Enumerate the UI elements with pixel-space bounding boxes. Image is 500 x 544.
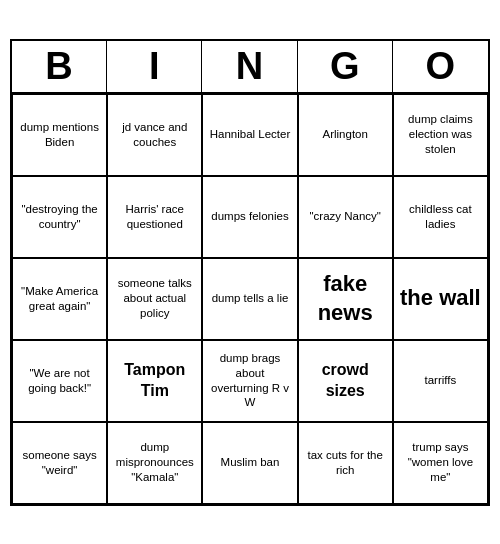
bingo-letter: I — [107, 41, 202, 92]
bingo-cell: Muslim ban — [202, 422, 297, 504]
bingo-cell: "We are not going back!" — [12, 340, 107, 422]
bingo-card: BINGO dump mentions Bidenjd vance and co… — [10, 39, 490, 506]
bingo-cell: dumps felonies — [202, 176, 297, 258]
bingo-cell: trump says "women love me" — [393, 422, 488, 504]
bingo-cell: tax cuts for the rich — [298, 422, 393, 504]
bingo-letter: G — [298, 41, 393, 92]
bingo-cell: childless cat ladies — [393, 176, 488, 258]
bingo-cell: "destroying the country" — [12, 176, 107, 258]
bingo-cell: Tampon Tim — [107, 340, 202, 422]
bingo-cell: someone talks about actual policy — [107, 258, 202, 340]
bingo-cell: "Make America great again" — [12, 258, 107, 340]
bingo-cell: dump mentions Biden — [12, 94, 107, 176]
bingo-cell: tarriffs — [393, 340, 488, 422]
bingo-cell: the wall — [393, 258, 488, 340]
bingo-cell: dump claims election was stolen — [393, 94, 488, 176]
bingo-cell: Harris' race questioned — [107, 176, 202, 258]
bingo-cell: "crazy Nancy" — [298, 176, 393, 258]
bingo-grid: dump mentions Bidenjd vance and couchesH… — [12, 94, 488, 504]
bingo-cell: Arlington — [298, 94, 393, 176]
bingo-cell: dump tells a lie — [202, 258, 297, 340]
bingo-cell: dump brags about overturning R v W — [202, 340, 297, 422]
bingo-cell: dump mispronounces "Kamala" — [107, 422, 202, 504]
bingo-cell: Hannibal Lecter — [202, 94, 297, 176]
bingo-cell: jd vance and couches — [107, 94, 202, 176]
bingo-letter: N — [202, 41, 297, 92]
bingo-cell: crowd sizes — [298, 340, 393, 422]
bingo-cell: fake news — [298, 258, 393, 340]
bingo-letter: O — [393, 41, 488, 92]
bingo-cell: someone says "weird" — [12, 422, 107, 504]
bingo-letter: B — [12, 41, 107, 92]
bingo-header: BINGO — [12, 41, 488, 94]
